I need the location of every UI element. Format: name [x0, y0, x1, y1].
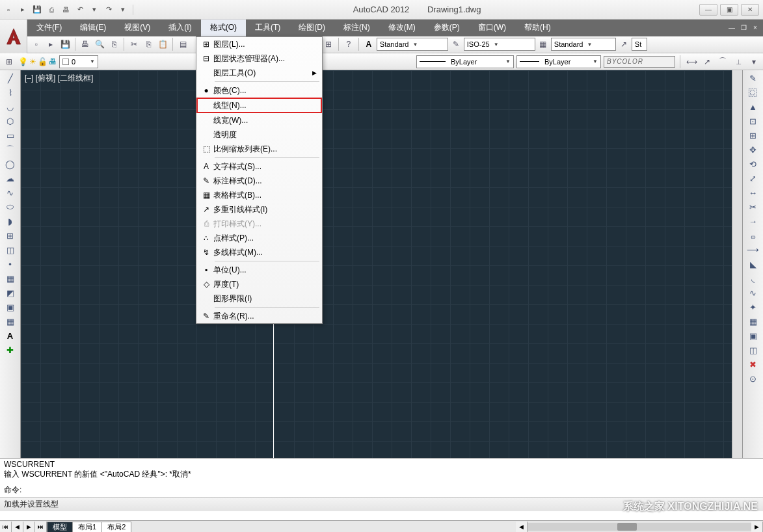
menu-item[interactable]: ▪单位(U)...: [196, 263, 322, 277]
arc-icon[interactable]: ⌒: [3, 143, 18, 156]
join-icon[interactable]: ⟶: [745, 243, 761, 256]
tool-icon[interactable]: ⊞: [322, 38, 335, 51]
menu-view[interactable]: 视图(V): [115, 20, 159, 36]
text-style-combo[interactable]: Standard▼: [377, 38, 448, 51]
menu-item[interactable]: ✎标注样式(D)...: [196, 174, 322, 188]
blend-icon[interactable]: ∿: [745, 286, 761, 299]
linetype-combo[interactable]: ByLayer▼: [416, 55, 514, 68]
line-icon[interactable]: ╱: [3, 72, 18, 85]
tab-model[interactable]: 模型: [47, 522, 73, 532]
plotstyle-combo[interactable]: BYCOLOR: [604, 56, 675, 68]
block-icon[interactable]: ◫: [3, 243, 18, 256]
scroll-thumb[interactable]: [617, 523, 637, 531]
menu-item[interactable]: ✎重命名(R)...: [196, 309, 322, 323]
menu-item[interactable]: 图形界限(I): [196, 291, 322, 306]
menu-file[interactable]: 文件(F): [27, 20, 71, 36]
mtext-icon[interactable]: A: [3, 329, 18, 342]
scale-icon[interactable]: ⤢: [745, 172, 761, 185]
dim-arc-icon[interactable]: ⌒: [716, 55, 729, 68]
extend-icon[interactable]: →: [745, 215, 761, 228]
menu-dimension[interactable]: 标注(N): [334, 20, 379, 36]
ellipse-arc-icon[interactable]: ◗: [3, 215, 18, 228]
tool-icon[interactable]: ⊙: [745, 372, 761, 385]
menu-item[interactable]: ↗多重引线样式(I): [196, 202, 322, 217]
polygon-icon[interactable]: ⬡: [3, 114, 18, 127]
mdi-restore-button[interactable]: ❐: [738, 23, 749, 33]
paste-icon[interactable]: 📋: [156, 38, 169, 51]
menu-item[interactable]: 线型(N)...: [196, 98, 322, 113]
scrollbar-vertical[interactable]: [732, 70, 742, 458]
menu-help[interactable]: 帮助(H): [515, 20, 560, 36]
chamfer-icon[interactable]: ◣: [745, 258, 761, 271]
match-icon[interactable]: ▤: [176, 38, 189, 51]
tab-last-icon[interactable]: ⏭: [35, 522, 47, 532]
maximize-button[interactable]: ▣: [720, 4, 738, 16]
menu-edit[interactable]: 编辑(E): [71, 20, 115, 36]
spline-icon[interactable]: ∿: [3, 186, 18, 199]
minimize-button[interactable]: —: [699, 4, 717, 16]
undo-icon[interactable]: ↶: [74, 4, 86, 16]
lineweight-combo[interactable]: ByLayer▼: [516, 55, 601, 68]
mleader-style-icon[interactable]: ↗: [617, 38, 630, 51]
tool-icon[interactable]: ✖: [745, 358, 761, 371]
tab-first-icon[interactable]: ⏮: [0, 522, 12, 532]
layer-combo[interactable]: 0 ▼: [59, 55, 98, 68]
dim-style-icon[interactable]: ✎: [449, 38, 462, 51]
stretch-icon[interactable]: ↔: [745, 186, 761, 199]
cut-icon[interactable]: ✂: [127, 38, 141, 51]
layer-manager-icon[interactable]: ⊞: [3, 55, 16, 68]
table-icon[interactable]: ▦: [3, 315, 18, 328]
publish-icon[interactable]: ⎘: [107, 38, 120, 51]
scroll-right-icon[interactable]: ▶: [751, 522, 763, 532]
menu-item[interactable]: ↯多线样式(M)...: [196, 245, 322, 259]
mdi-close-button[interactable]: ×: [750, 23, 760, 33]
move-icon[interactable]: ✥: [745, 143, 761, 156]
point-icon[interactable]: •: [3, 258, 18, 271]
open-icon[interactable]: ▸: [17, 4, 29, 16]
tab-next-icon[interactable]: ▶: [23, 522, 35, 532]
erase-icon[interactable]: ✎: [745, 72, 761, 85]
explode-icon[interactable]: ✦: [745, 300, 761, 313]
region-icon[interactable]: ▣: [3, 300, 18, 313]
open-icon[interactable]: ▸: [44, 38, 57, 51]
mdi-minimize-button[interactable]: —: [727, 23, 737, 33]
print-icon[interactable]: 🖶: [60, 4, 72, 16]
dim-ord-icon[interactable]: ⟂: [732, 55, 745, 68]
copy-icon[interactable]: ⿴: [745, 86, 761, 99]
menu-item[interactable]: 图层工具(O)▶: [196, 66, 322, 80]
tool-icon[interactable]: ▦: [745, 315, 761, 328]
revcloud-icon[interactable]: ☁: [3, 172, 18, 185]
menu-item[interactable]: A文字样式(S)...: [196, 159, 322, 174]
menu-window[interactable]: 窗口(W): [469, 20, 515, 36]
help-icon[interactable]: ?: [342, 38, 355, 51]
offset-icon[interactable]: ⊡: [745, 114, 761, 127]
save-icon[interactable]: 💾: [59, 38, 72, 51]
command-window[interactable]: WSCURRENT 输入 WSCURRENT 的新值 <"AutoCAD 经典"…: [0, 458, 763, 497]
save-icon[interactable]: 💾: [31, 4, 43, 16]
scroll-left-icon[interactable]: ◀: [516, 522, 528, 532]
gradient-icon[interactable]: ◩: [3, 286, 18, 299]
table-style-icon[interactable]: ▦: [537, 38, 550, 51]
pline-icon[interactable]: ⌇: [3, 86, 18, 99]
menu-modify[interactable]: 修改(M): [379, 20, 425, 36]
dim-style-combo[interactable]: ISO-25▼: [464, 38, 535, 51]
new-icon[interactable]: ▫: [30, 38, 43, 51]
dim-linear-icon[interactable]: ⟷: [685, 55, 698, 68]
hatch-icon[interactable]: ▦: [3, 272, 18, 285]
addsel-icon[interactable]: ✚: [3, 343, 18, 356]
menu-item[interactable]: 透明度: [196, 127, 322, 142]
break-icon[interactable]: ⏛: [745, 229, 761, 242]
tab-layout1[interactable]: 布局1: [72, 522, 102, 532]
menu-item[interactable]: ⊞图层(L)...: [196, 37, 322, 51]
menu-format[interactable]: 格式(O): [201, 20, 246, 36]
tab-layout2[interactable]: 布局2: [101, 522, 131, 532]
menu-tools[interactable]: 工具(T): [246, 20, 289, 36]
circle-icon[interactable]: ◯: [3, 157, 18, 170]
array-icon[interactable]: ⊞: [745, 129, 761, 142]
menu-insert[interactable]: 插入(I): [159, 20, 200, 36]
table-style-combo[interactable]: Standard▼: [551, 38, 616, 51]
menu-item[interactable]: ◇厚度(T): [196, 277, 322, 291]
drawing-canvas[interactable]: [–] [俯视] [二维线框]: [21, 70, 732, 458]
polyline-icon[interactable]: ◡: [3, 100, 18, 113]
redo-icon[interactable]: ↷: [103, 4, 114, 16]
